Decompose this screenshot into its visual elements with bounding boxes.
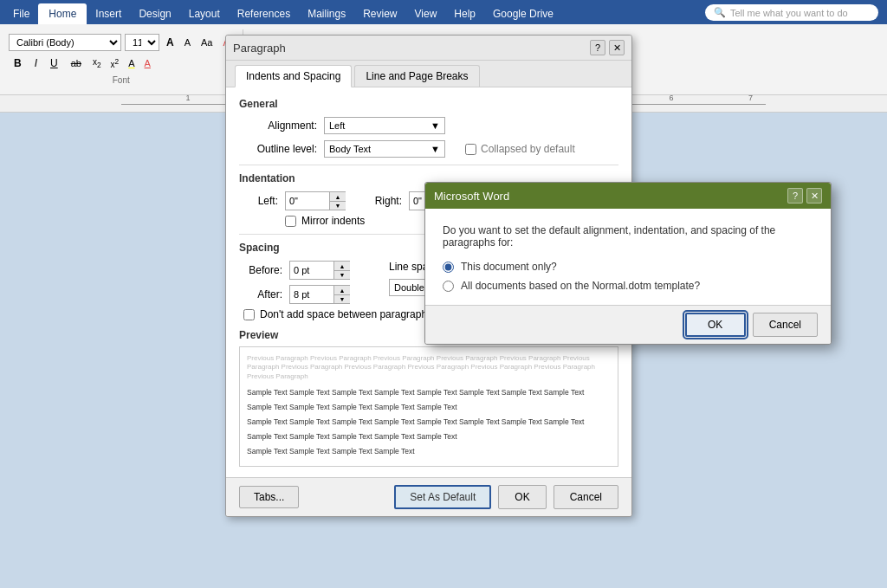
left-indent-up[interactable]: ▲ (330, 192, 346, 201)
radio-this-document-label: This document only? (461, 261, 557, 273)
word-dialog-body: Do you want to set the default alignment… (425, 209, 831, 305)
text-highlight-btn[interactable]: A (125, 55, 138, 71)
outline-row: Outline level: Body Text ▼ Collapsed by … (239, 140, 618, 158)
after-spacing-label: After: (239, 288, 282, 300)
before-spacing-spinner[interactable]: ▲ ▼ (289, 261, 350, 280)
paragraph-dialog-help[interactable]: ? (590, 40, 605, 55)
alignment-row: Alignment: Left ▼ (239, 117, 618, 134)
radio-option-2-row: All documents based on the Normal.dotm t… (443, 280, 813, 292)
left-indent-label: Left: (239, 195, 278, 207)
tab-google-drive[interactable]: Google Drive (484, 3, 562, 24)
font-section: Calibri (Body) 11 A A Aa A B I U ab x2 (9, 29, 243, 90)
alignment-select[interactable]: Left ▼ (324, 117, 445, 134)
font-shrink-btn[interactable]: A (181, 35, 194, 50)
general-section-header: General (239, 98, 618, 110)
word-dialog-title: Microsoft Word (434, 190, 509, 203)
right-indent-label: Right: (363, 195, 402, 207)
word-dialog: Microsoft Word ? ✕ Do you want to set th… (424, 182, 832, 345)
paragraph-ok-btn[interactable]: OK (498, 485, 546, 509)
word-ok-btn[interactable]: OK (685, 313, 746, 337)
radio-this-document[interactable] (443, 262, 454, 273)
app-window: File Home Insert Design Layout Reference… (0, 0, 887, 588)
font-color-btn[interactable]: A (141, 55, 154, 71)
word-dialog-help[interactable]: ? (787, 188, 803, 204)
paragraph-dialog-titlebar[interactable]: Paragraph ? ✕ (226, 36, 631, 61)
tab-review[interactable]: Review (354, 3, 405, 24)
preview-sample-1: Sample Text Sample Text Sample Text Samp… (247, 385, 611, 415)
after-spacing-up[interactable]: ▲ (334, 286, 350, 294)
after-spacing-field[interactable] (290, 288, 333, 301)
underline-btn[interactable]: U (45, 55, 63, 72)
before-spacing-row: Before: ▲ ▼ (239, 261, 350, 280)
paragraph-cancel-btn[interactable]: Cancel (554, 485, 618, 509)
tab-insert[interactable]: Insert (87, 3, 130, 24)
italic-btn[interactable]: I (29, 55, 42, 72)
tab-view[interactable]: View (406, 3, 446, 24)
before-spacing-label: Before: (239, 264, 282, 276)
search-placeholder: Tell me what you want to do (730, 8, 848, 18)
ribbon-tab-row: File Home Insert Design Layout Reference… (0, 0, 887, 24)
mirror-indents-checkbox[interactable] (285, 216, 296, 227)
word-cancel-btn[interactable]: Cancel (753, 313, 818, 337)
outline-label: Outline level: (239, 143, 317, 155)
mirror-indents-label: Mirror indents (301, 215, 365, 227)
left-indent-down[interactable]: ▼ (330, 201, 346, 210)
tab-mailings[interactable]: Mailings (299, 3, 354, 24)
preview-gray-text: Previous Paragraph Previous Paragraph Pr… (247, 354, 611, 381)
tab-file[interactable]: File (4, 3, 38, 24)
tab-line-page-breaks[interactable]: Line and Page Breaks (354, 65, 479, 87)
left-indent-spinner[interactable]: ▲ ▼ (285, 191, 346, 210)
outline-select[interactable]: Body Text ▼ (324, 140, 445, 158)
dont-add-space-checkbox[interactable] (243, 309, 255, 320)
preview-box: Previous Paragraph Previous Paragraph Pr… (239, 346, 618, 467)
search-bar[interactable]: 🔍 Tell me what you want to do (705, 4, 878, 21)
collapsed-checkbox[interactable] (465, 144, 476, 155)
tab-references[interactable]: References (229, 3, 299, 24)
paragraph-dialog-tabs: Indents and Spacing Line and Page Breaks (226, 61, 631, 87)
after-spacing-down[interactable]: ▼ (334, 294, 350, 303)
tabs-btn[interactable]: Tabs... (239, 486, 299, 508)
before-spacing-field[interactable] (290, 263, 333, 277)
bold-btn[interactable]: B (9, 55, 27, 72)
before-spacing-up[interactable]: ▲ (334, 262, 350, 270)
radio-all-documents[interactable] (443, 281, 454, 292)
section-divider-1 (239, 165, 618, 165)
tab-design[interactable]: Design (130, 3, 179, 24)
preview-sample-2: Sample Text Sample Text Sample Text Samp… (247, 415, 611, 444)
font-section-label: Font (9, 75, 234, 85)
word-dialog-close[interactable]: ✕ (806, 188, 822, 204)
after-spacing-spinner[interactable]: ▲ ▼ (289, 285, 350, 304)
set-as-default-btn[interactable]: Set As Default (394, 485, 491, 509)
paragraph-dialog-close[interactable]: ✕ (609, 40, 625, 55)
subscript-btn[interactable]: x2 (89, 55, 105, 72)
word-dialog-footer: OK Cancel (425, 305, 831, 344)
search-icon: 🔍 (714, 7, 726, 18)
radio-option-1-row: This document only? (443, 261, 813, 273)
font-grow-btn[interactable]: A (163, 34, 178, 51)
tab-indents-spacing[interactable]: Indents and Spacing (235, 65, 352, 87)
radio-all-documents-label: All documents based on the Normal.dotm t… (461, 280, 700, 292)
alignment-label: Alignment: (239, 120, 317, 132)
strikethrough-btn[interactable]: ab (66, 55, 87, 71)
font-name-select[interactable]: Calibri (Body) (9, 34, 121, 51)
before-spacing-down[interactable]: ▼ (334, 270, 350, 279)
paragraph-dialog-title: Paragraph (233, 42, 286, 55)
superscript-btn[interactable]: x2 (107, 55, 123, 72)
word-dialog-titlebar[interactable]: Microsoft Word ? ✕ (425, 183, 831, 209)
left-indent-field[interactable] (286, 194, 329, 208)
tab-home[interactable]: Home (38, 3, 87, 24)
preview-sample-3: Sample Text Sample Text Sample Text Samp… (247, 444, 611, 459)
word-dialog-question: Do you want to set the default alignment… (443, 224, 813, 249)
text-case-btn[interactable]: Aa (197, 35, 216, 50)
font-size-select[interactable]: 11 (125, 34, 159, 51)
after-spacing-row: After: ▲ ▼ (239, 285, 350, 304)
paragraph-dialog-footer: Tabs... Set As Default OK Cancel (226, 477, 631, 516)
left-indent-row: Left: ▲ ▼ (239, 191, 346, 210)
collapsed-label: Collapsed by default (481, 143, 575, 155)
tab-help[interactable]: Help (445, 3, 484, 24)
tab-layout[interactable]: Layout (180, 3, 229, 24)
